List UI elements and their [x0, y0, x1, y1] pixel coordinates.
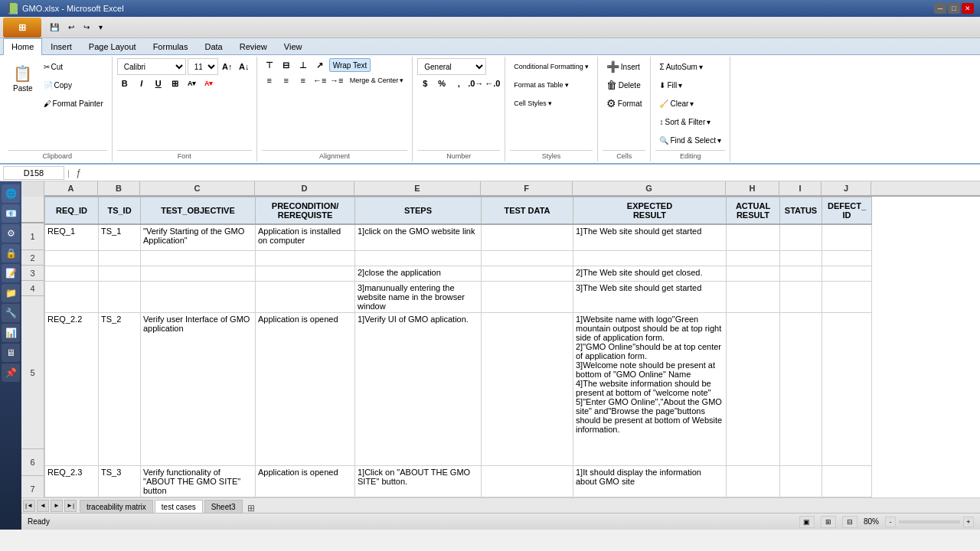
increase-indent-button[interactable]: →≡ [329, 73, 345, 87]
cell-5B[interactable]: TS_2 [99, 313, 141, 466]
comma-button[interactable]: , [451, 77, 466, 90]
row-header-1[interactable]: 1 [21, 223, 44, 250]
header-cell-D[interactable]: PRECONDITION/REREQUISTE [256, 197, 355, 224]
cell-1E[interactable]: 1]click on the GMO website link [355, 224, 482, 251]
sheet-nav-last[interactable]: ►| [64, 500, 77, 512]
cell-2F[interactable] [482, 251, 573, 266]
undo-button[interactable]: ↩ [64, 20, 78, 35]
insert-cells-button[interactable]: ➕Insert [603, 58, 644, 75]
cell-6J[interactable] [822, 466, 872, 497]
align-center-button[interactable]: ≡ [279, 73, 294, 87]
sidebar-icon-7[interactable]: 🔧 [2, 304, 20, 322]
sidebar-icon-10[interactable]: 📌 [2, 364, 20, 382]
customize-qa-button[interactable]: ▾ [95, 20, 106, 35]
cell-6I[interactable] [780, 466, 822, 497]
cell-styles-button[interactable]: Cell Styles ▾ [510, 95, 556, 112]
fill-button[interactable]: ⬇ Fill ▾ [655, 77, 686, 93]
cell-2C[interactable] [141, 251, 256, 266]
paste-button[interactable]: 📋 Paste [8, 58, 38, 98]
tab-formulas[interactable]: Formulas [145, 38, 197, 54]
cell-5I[interactable] [780, 313, 822, 466]
horizontal-scrollbar[interactable] [531, 498, 980, 513]
decrease-decimal-button[interactable]: ←.0 [485, 77, 500, 90]
save-button[interactable]: 💾 [46, 20, 63, 35]
sidebar-icon-5[interactable]: 📝 [2, 264, 20, 282]
sheet-tab-testcases[interactable]: test cases [155, 500, 203, 514]
cell-5C[interactable]: Verify user Interface of GMO application [141, 313, 256, 466]
sidebar-icon-2[interactable]: 📧 [2, 204, 20, 223]
align-middle-button[interactable]: ⊟ [279, 58, 294, 72]
cell-reference-input[interactable]: D158 [3, 166, 64, 180]
cell-4E[interactable]: 3]manunually entering the website name i… [355, 282, 482, 313]
grid-scroll[interactable]: A B C D E F G H I J 1 2 [21, 181, 980, 497]
col-header-B[interactable]: B [98, 181, 140, 195]
formula-input[interactable] [88, 166, 977, 180]
zoom-out-button[interactable]: - [885, 517, 896, 527]
cell-6A[interactable]: REQ_2.3 [45, 466, 99, 497]
cell-3C[interactable] [141, 266, 256, 282]
bold-button[interactable]: B [117, 77, 132, 90]
tab-view[interactable]: View [276, 38, 311, 54]
border-button[interactable]: ⊞ [168, 77, 183, 90]
header-cell-I[interactable]: STATUS [780, 197, 822, 224]
col-header-C[interactable]: C [140, 181, 255, 195]
header-cell-B[interactable]: TS_ID [99, 197, 141, 224]
cell-4C[interactable] [141, 282, 256, 313]
cell-1J[interactable] [822, 224, 872, 251]
delete-cells-button[interactable]: 🗑Delete [603, 77, 645, 93]
cell-5E[interactable]: 1]Verify UI of GMO aplication. [355, 313, 482, 466]
format-as-table-button[interactable]: Format as Table ▾ [510, 77, 572, 93]
row-header-2[interactable]: 2 [21, 250, 44, 266]
cell-3B[interactable] [99, 266, 141, 282]
align-right-button[interactable]: ≡ [296, 73, 311, 87]
col-header-H[interactable]: H [726, 181, 779, 195]
conditional-formatting-button[interactable]: Conditional Formatting ▾ [510, 58, 593, 75]
tab-home[interactable]: Home [3, 38, 42, 55]
col-header-E[interactable]: E [354, 181, 481, 195]
tab-review[interactable]: Review [231, 38, 276, 54]
sort-filter-button[interactable]: ↕ Sort & Filter ▾ [655, 113, 714, 130]
cell-5A[interactable]: REQ_2.2 [45, 313, 99, 466]
sidebar-icon-4[interactable]: 🔒 [2, 244, 20, 262]
maximize-button[interactable]: □ [948, 3, 960, 14]
header-cell-E[interactable]: STEPS [355, 197, 482, 224]
format-cells-button[interactable]: ⚙Format [603, 95, 646, 112]
cell-2I[interactable] [780, 251, 822, 266]
close-button[interactable]: ✕ [962, 3, 974, 14]
tab-data[interactable]: Data [196, 38, 230, 54]
align-bottom-button[interactable]: ⊥ [296, 58, 311, 72]
wrap-text-button[interactable]: Wrap Text [329, 58, 371, 72]
sidebar-icon-8[interactable]: 📊 [2, 324, 20, 342]
cell-6D[interactable]: Application is opened [256, 466, 355, 497]
find-select-button[interactable]: 🔍 Find & Select ▾ [655, 132, 724, 148]
merge-center-button[interactable]: Merge & Center ▾ [346, 73, 408, 87]
font-size-select[interactable]: 11 [188, 58, 218, 75]
col-header-G[interactable]: G [573, 181, 726, 195]
cell-5G[interactable]: 1]Website name with logo"Green mountain … [573, 313, 727, 466]
cell-6F[interactable] [482, 466, 573, 497]
sheet-tab-traceability[interactable]: traceability matrix [80, 500, 153, 514]
page-layout-view-button[interactable]: ⊞ [821, 516, 836, 528]
fill-color-button[interactable]: A▾ [185, 77, 200, 90]
cell-2A[interactable] [45, 251, 99, 266]
cell-6C[interactable]: Verify functionality of "ABOUT THE GMO S… [141, 466, 256, 497]
percent-button[interactable]: % [434, 77, 449, 90]
redo-button[interactable]: ↪ [80, 20, 93, 35]
currency-button[interactable]: $ [417, 77, 433, 90]
row-header-3[interactable]: 3 [21, 266, 44, 281]
cell-3J[interactable] [822, 266, 872, 282]
header-cell-G[interactable]: EXPECTEDRESULT [573, 197, 727, 224]
increase-decimal-button[interactable]: .0→ [468, 77, 483, 90]
cell-1I[interactable] [780, 224, 822, 251]
cell-5H[interactable] [727, 313, 780, 466]
header-cell-J[interactable]: DEFECT_ID [822, 197, 872, 224]
autosum-button[interactable]: Σ AutoSum ▾ [655, 58, 706, 75]
format-painter-button[interactable]: 🖌 Format Painter [40, 95, 107, 112]
cell-2J[interactable] [822, 251, 872, 266]
header-cell-F[interactable]: TEST DATA [482, 197, 573, 224]
col-header-A[interactable]: A [44, 181, 98, 195]
sidebar-icon-3[interactable]: ⚙ [2, 224, 20, 243]
sheet-nav-next[interactable]: ► [51, 500, 63, 512]
cell-4G[interactable]: 3]The Web site should get started [573, 282, 727, 313]
cell-5F[interactable] [482, 313, 573, 466]
